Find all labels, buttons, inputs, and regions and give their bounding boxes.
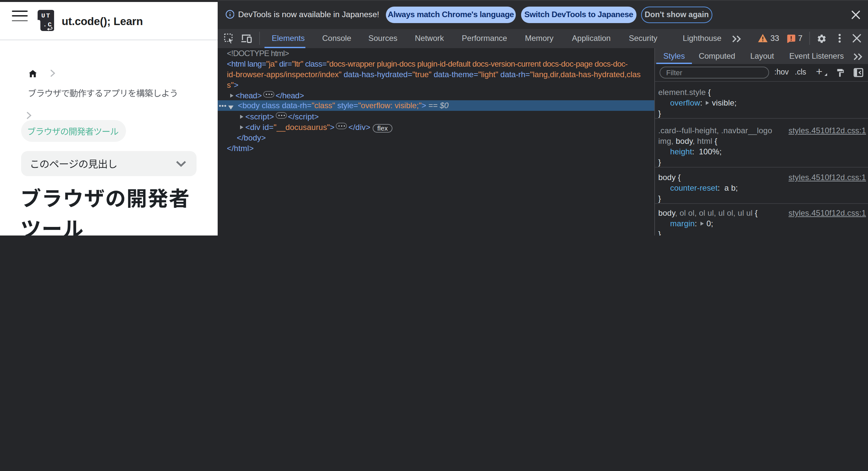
svg-text:UT: UT (41, 12, 51, 20)
